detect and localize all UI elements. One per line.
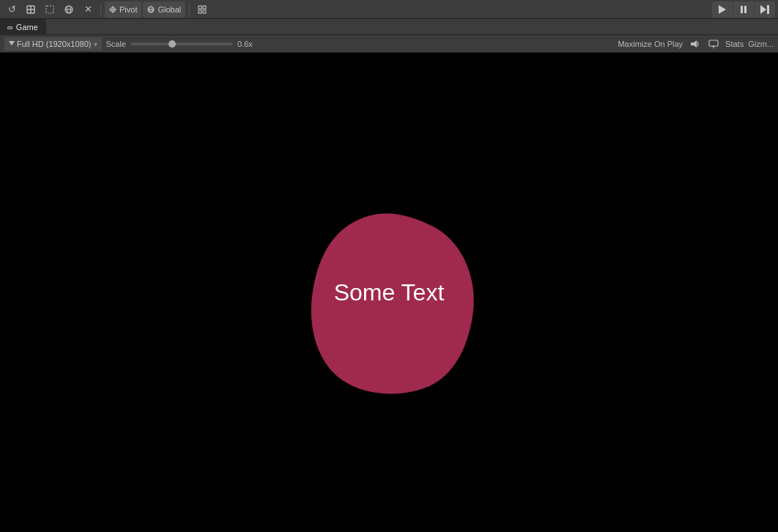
svg-rect-14 [203, 6, 206, 9]
step-button[interactable] [755, 1, 775, 18]
global-dropdown[interactable]: Global [143, 1, 185, 18]
globe-icon-button[interactable] [60, 1, 78, 18]
svg-rect-19 [744, 6, 746, 13]
game-toolbar-right: Maximize On Play Stats Gizm... [618, 39, 774, 49]
undo-button[interactable]: ↺ [3, 1, 21, 18]
resolution-dropdown[interactable]: Full HD (1920x1080) [4, 37, 102, 51]
resolution-label: Full HD (1920x1080) [17, 40, 92, 48]
pivot-label: Pivot [119, 5, 137, 14]
svg-marker-17 [719, 5, 726, 14]
rect-select-button[interactable] [41, 1, 59, 18]
svg-marker-20 [760, 5, 766, 14]
svg-marker-23 [691, 40, 697, 48]
tab-bar: ∞ Game [0, 19, 778, 35]
scale-label: Scale [106, 40, 127, 48]
pause-button[interactable] [733, 1, 754, 18]
play-button[interactable] [712, 1, 733, 18]
game-toolbar: Full HD (1920x1080) Scale 0.6x Maximize … [0, 35, 778, 53]
svg-rect-13 [199, 6, 201, 9]
top-toolbar: ↺ ✕ Pivot Global [0, 0, 778, 19]
maximize-on-play-label: Maximize On Play [618, 40, 683, 48]
audio-icon-button[interactable] [687, 39, 702, 49]
svg-rect-16 [203, 10, 206, 13]
svg-marker-22 [9, 41, 15, 45]
play-controls [712, 1, 775, 18]
display-icon-button[interactable] [706, 39, 721, 49]
scale-value: 0.6x [237, 40, 253, 48]
svg-rect-3 [46, 6, 53, 13]
blob-container: Some Text [286, 182, 492, 402]
grid-button[interactable] [193, 1, 211, 18]
blob-shape [286, 182, 492, 402]
game-tab-label: Game [16, 23, 38, 32]
svg-rect-18 [741, 6, 743, 13]
separator-1 [100, 4, 101, 15]
svg-rect-15 [199, 10, 201, 13]
global-label: Global [158, 5, 181, 14]
game-tab-icon: ∞ [7, 23, 13, 32]
tab-game[interactable]: ∞ Game [0, 19, 46, 35]
pivot-dropdown[interactable]: Pivot [105, 1, 141, 18]
scale-slider[interactable] [130, 43, 233, 45]
rect-tool-button[interactable] [22, 1, 40, 18]
gizmos-button[interactable]: Gizm... [748, 40, 774, 48]
resolution-chevron [94, 40, 97, 48]
settings-button[interactable]: ✕ [79, 1, 97, 18]
game-viewport: Some Text [0, 53, 778, 532]
separator-2 [189, 4, 190, 15]
stats-button[interactable]: Stats [725, 40, 744, 48]
svg-rect-21 [767, 5, 769, 14]
svg-rect-24 [709, 40, 718, 46]
